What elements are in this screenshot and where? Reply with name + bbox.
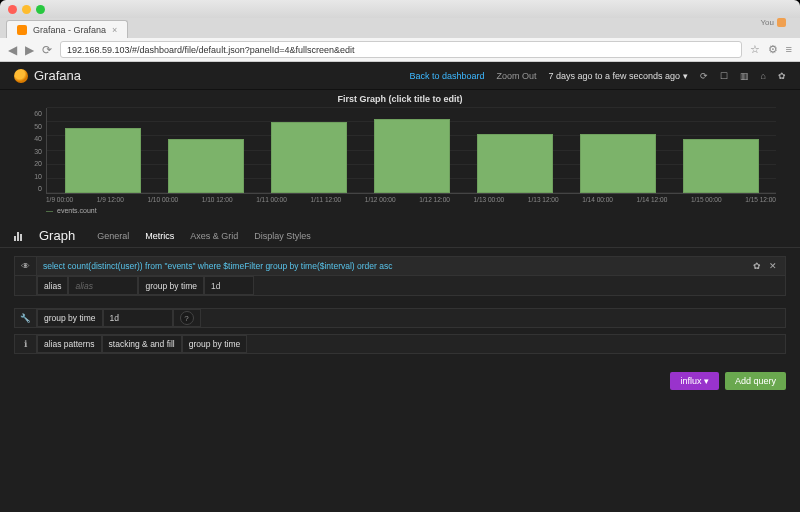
graph-panel: First Graph (click title to edit) 605040…	[0, 90, 800, 214]
back-to-dashboard-link[interactable]: Back to dashboard	[409, 71, 484, 81]
bar[interactable]	[580, 134, 656, 194]
gbt-input[interactable]: 1d	[103, 309, 173, 327]
stacking-button[interactable]: stacking & and fill	[102, 335, 182, 353]
eye-icon[interactable]: 👁	[15, 257, 37, 275]
tab-display-styles[interactable]: Display Styles	[254, 231, 311, 241]
bar[interactable]	[374, 119, 450, 193]
settings-row-patterns: ℹ alias patterns stacking & and fill gro…	[14, 334, 786, 354]
group-by-time-input[interactable]: 1d	[204, 276, 254, 295]
window-titlebar	[0, 0, 800, 18]
grafana-app: Grafana Back to dashboard Zoom Out 7 day…	[0, 62, 800, 512]
gbt2-button[interactable]: group by time	[182, 335, 248, 353]
menu-icon[interactable]: ≡	[786, 43, 792, 56]
zoom-out-button[interactable]: Zoom Out	[496, 71, 536, 81]
back-icon[interactable]: ◀	[8, 43, 17, 57]
settings-gear-icon[interactable]: ⚙	[768, 43, 778, 56]
tab-general[interactable]: General	[97, 231, 129, 241]
gear-icon[interactable]: ✿	[778, 71, 786, 81]
legend-item[interactable]: events.count	[46, 207, 776, 214]
browser-tab-strip: Grafana - Grafana × You	[0, 18, 800, 38]
close-window-icon[interactable]	[8, 5, 17, 14]
grafana-favicon-icon	[17, 25, 27, 35]
query-block: 👁 select count(distinct(user)) from "eve…	[14, 256, 786, 296]
info-icon[interactable]: ℹ	[15, 335, 37, 353]
chart: 6050403020100	[24, 108, 776, 194]
tab-title: Grafana - Grafana	[33, 25, 106, 35]
refresh-icon[interactable]: ⟳	[700, 71, 708, 81]
plot-area[interactable]	[46, 108, 776, 194]
datasource-button[interactable]: influx ▾	[670, 372, 719, 390]
query-gear-icon[interactable]: ✿	[753, 261, 761, 271]
app-topbar: Grafana Back to dashboard Zoom Out 7 day…	[0, 62, 800, 90]
browser-tab[interactable]: Grafana - Grafana ×	[6, 20, 128, 38]
reload-icon[interactable]: ⟳	[42, 43, 52, 57]
editor-title: Graph	[39, 228, 75, 243]
metrics-editor: 👁 select count(distinct(user)) from "eve…	[0, 248, 800, 362]
blank-icon	[15, 276, 37, 295]
group-by-time-label: group by time	[138, 276, 204, 295]
query-text-input[interactable]: select count(distinct(user)) from "event…	[37, 257, 745, 275]
tab-metrics[interactable]: Metrics	[145, 231, 174, 241]
query-remove-icon[interactable]: ✕	[769, 261, 777, 271]
maximize-window-icon[interactable]	[36, 5, 45, 14]
x-axis: 1/9 00:001/9 12:001/10 00:001/10 12:001/…	[46, 194, 776, 203]
brand[interactable]: Grafana	[14, 68, 81, 83]
forward-icon[interactable]: ▶	[25, 43, 34, 57]
settings-row-groupby: 🔧 group by time 1d ?	[14, 308, 786, 328]
alias-label: alias	[37, 276, 68, 295]
bar[interactable]	[65, 128, 141, 193]
y-axis: 6050403020100	[24, 108, 46, 194]
bar-chart-icon	[14, 231, 25, 241]
query-action-buttons: influx ▾ Add query	[0, 362, 800, 390]
alias-patterns-button[interactable]: alias patterns	[37, 335, 102, 353]
bar[interactable]	[168, 139, 244, 193]
save-icon[interactable]: ☐	[720, 71, 728, 81]
add-query-button[interactable]: Add query	[725, 372, 786, 390]
editor-header: Graph GeneralMetricsAxes & GridDisplay S…	[0, 222, 800, 248]
grafana-logo-icon	[14, 69, 28, 83]
alias-input[interactable]: alias	[68, 276, 138, 295]
browser-address-bar: ◀ ▶ ⟳ 192.168.59.103/#/dashboard/file/de…	[0, 38, 800, 62]
bar[interactable]	[477, 134, 553, 194]
help-icon[interactable]: ?	[173, 309, 201, 327]
time-range-picker[interactable]: 7 days ago to a few seconds ago ▾	[548, 71, 687, 81]
panel-title[interactable]: First Graph (click title to edit)	[24, 94, 776, 104]
minimize-window-icon[interactable]	[22, 5, 31, 14]
brand-name: Grafana	[34, 68, 81, 83]
bookmark-icon[interactable]: ☆	[750, 43, 760, 56]
close-tab-icon[interactable]: ×	[112, 25, 117, 35]
tab-axes-grid[interactable]: Axes & Grid	[190, 231, 238, 241]
bar[interactable]	[271, 122, 347, 193]
editor-tabs: GeneralMetricsAxes & GridDisplay Styles	[97, 231, 311, 241]
gbt-label: group by time	[37, 309, 103, 327]
bar[interactable]	[683, 139, 759, 193]
folder-icon[interactable]: ▥	[740, 71, 749, 81]
profile-chip[interactable]: You	[761, 18, 787, 27]
query-row: 👁 select count(distinct(user)) from "eve…	[14, 256, 786, 276]
url-input[interactable]: 192.168.59.103/#/dashboard/file/default.…	[60, 41, 742, 58]
wrench-icon[interactable]: 🔧	[15, 309, 37, 327]
query-subrow: alias alias group by time 1d	[14, 276, 786, 296]
home-icon[interactable]: ⌂	[761, 71, 766, 81]
settings-rows: 🔧 group by time 1d ? ℹ alias patterns st…	[14, 308, 786, 354]
avatar	[777, 18, 786, 27]
